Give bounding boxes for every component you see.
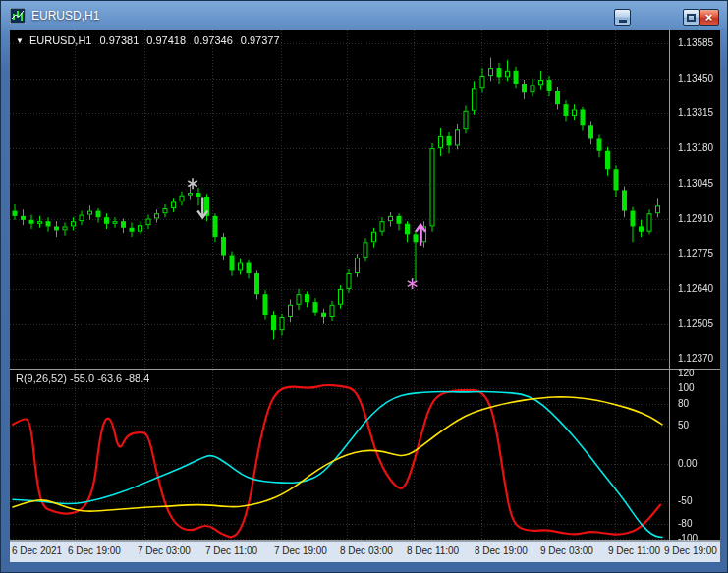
indicator-axis-label: 100	[678, 382, 695, 393]
indicator-axis-label: 0.00	[678, 458, 697, 469]
time-axis-label: 8 Dec 19:00	[475, 545, 528, 556]
time-axis-label: 7 Dec 03:00	[138, 545, 191, 556]
symbol-dropdown-icon[interactable]: ▼	[16, 36, 24, 45]
price-axis-label: 1.12910	[678, 213, 713, 224]
price-axis-label: 1.12775	[678, 248, 713, 258]
price-axis-label: 1.13315	[678, 107, 713, 118]
chart-canvas[interactable]	[10, 30, 720, 541]
info-low: 0.97346	[194, 34, 233, 46]
time-axis-label: 9 Dec 19:00	[664, 545, 717, 556]
app-window: EURUSD,H1 × ▼ EURUSD,H1 0.97381 0.97418 …	[0, 0, 728, 573]
window-maximize-button[interactable]	[683, 9, 700, 26]
minimize-icon	[619, 20, 627, 23]
chart-window-icon[interactable]	[10, 8, 26, 24]
window-close-button[interactable]: ×	[699, 9, 719, 26]
ohlc-info: ▼ EURUSD,H1 0.97381 0.97418 0.97346 0.97…	[16, 34, 280, 46]
indicator-axis-label: -80	[678, 518, 692, 529]
time-axis-label: 9 Dec 03:00	[540, 545, 593, 556]
window-title: EURUSD,H1	[31, 9, 99, 23]
time-axis-label: 6 Dec 19:00	[68, 545, 121, 556]
maximize-icon	[687, 14, 696, 22]
time-axis-label: 8 Dec 11:00	[407, 545, 459, 556]
indicator-axis-label: 50	[678, 420, 689, 430]
time-axis-label: 7 Dec 19:00	[274, 545, 327, 556]
time-axis-label: 9 Dec 11:00	[608, 545, 660, 556]
price-axis-label: 1.12370	[678, 353, 713, 364]
time-axis[interactable]: 6 Dec 20216 Dec 19:007 Dec 03:007 Dec 11…	[10, 541, 720, 562]
window-minimize-button[interactable]	[614, 9, 631, 26]
price-axis-label: 1.13450	[678, 73, 713, 84]
price-axis-label: 1.12640	[678, 283, 713, 294]
window-titlebar[interactable]: EURUSD,H1 ×	[1, 1, 727, 30]
indicator-axis-label: -50	[678, 495, 692, 506]
indicator-label: R(9,26,52) -55.0 -63.6 -88.4	[16, 372, 149, 384]
price-axis[interactable]: 1.135851.134501.133151.131801.130451.129…	[674, 30, 720, 541]
info-high: 0.97418	[146, 34, 186, 46]
price-axis-label: 1.13045	[678, 178, 713, 189]
price-axis-label: 1.13180	[678, 143, 713, 153]
info-close: 0.97377	[241, 34, 280, 46]
indicator-axis-label: 120	[678, 368, 695, 378]
price-axis-label: 1.13585	[678, 37, 713, 48]
indicator-axis-label: 80	[678, 398, 689, 409]
time-axis-label: 6 Dec 2021	[12, 545, 62, 556]
close-icon: ×	[705, 10, 713, 25]
time-axis-label: 7 Dec 11:00	[205, 545, 257, 556]
chart-client-area: ▼ EURUSD,H1 0.97381 0.97418 0.97346 0.97…	[10, 30, 720, 562]
time-axis-label: 8 Dec 03:00	[340, 545, 393, 556]
info-symbol: EURUSD,H1	[29, 34, 92, 46]
price-axis-label: 1.12505	[678, 318, 713, 329]
info-open: 0.97381	[100, 34, 140, 46]
